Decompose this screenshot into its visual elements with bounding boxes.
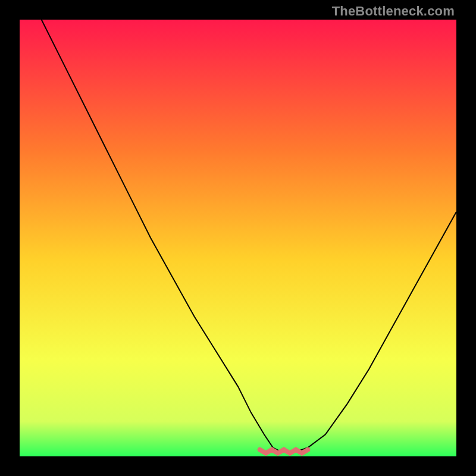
chart-frame: TheBottleneck.com — [0, 0, 476, 476]
curve-layer — [20, 20, 456, 456]
plot-area — [20, 20, 456, 456]
bottleneck-curve — [42, 20, 456, 452]
watermark-text: TheBottleneck.com — [332, 4, 455, 19]
optimal-zone-marker — [260, 450, 308, 453]
